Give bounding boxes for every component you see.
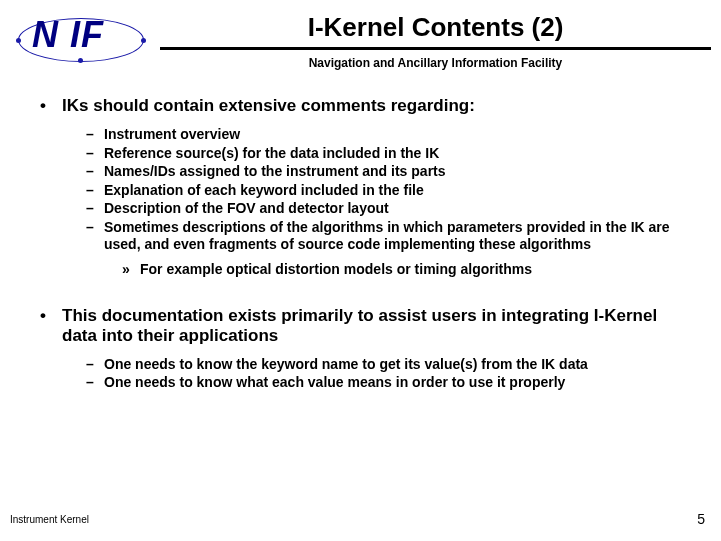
logo-dot-icon xyxy=(16,38,21,43)
bullet-level2: –One needs to know the keyword name to g… xyxy=(86,356,683,374)
slide-subtitle: Navigation and Ancillary Information Fac… xyxy=(160,56,711,70)
dash-icon: – xyxy=(86,200,104,218)
bullet-level3-list: »For example optical distortion models o… xyxy=(38,260,683,278)
bullet-text: This documentation exists primarily to a… xyxy=(62,306,683,346)
bullet-dot-icon: • xyxy=(38,306,62,346)
bullet-level1: • This documentation exists primarily to… xyxy=(38,306,683,346)
dash-icon: – xyxy=(86,356,104,374)
title-block: I-Kernel Contents (2) Navigation and Anc… xyxy=(160,8,711,70)
slide-header: N IF I-Kernel Contents (2) Navigation an… xyxy=(0,0,721,70)
bullet-text: Reference source(s) for the data include… xyxy=(104,145,439,163)
bullet-level3: »For example optical distortion models o… xyxy=(122,260,683,278)
dash-icon: – xyxy=(86,163,104,181)
slide-content: • IKs should contain extensive comments … xyxy=(0,70,721,392)
bullet-level2: –Names/IDs assigned to the instrument an… xyxy=(86,163,683,181)
section-2: • This documentation exists primarily to… xyxy=(38,306,683,392)
bullet-level2: –Sometimes descriptions of the algorithm… xyxy=(86,219,683,254)
bullet-text: Explanation of each keyword included in … xyxy=(104,182,424,200)
bullet-text: IKs should contain extensive comments re… xyxy=(62,96,475,116)
title-rule xyxy=(160,47,711,50)
dash-icon: – xyxy=(86,182,104,200)
bullet-level2: –Instrument overview xyxy=(86,126,683,144)
bullet-level2: –Reference source(s) for the data includ… xyxy=(86,145,683,163)
bullet-level2-list: –Instrument overview –Reference source(s… xyxy=(38,126,683,254)
bullet-text: One needs to know what each value means … xyxy=(104,374,565,392)
bullet-text: Instrument overview xyxy=(104,126,240,144)
bullet-level2: –One needs to know what each value means… xyxy=(86,374,683,392)
dash-icon: – xyxy=(86,126,104,144)
bullet-level2: –Explanation of each keyword included in… xyxy=(86,182,683,200)
bullet-text: One needs to know the keyword name to ge… xyxy=(104,356,588,374)
page-number: 5 xyxy=(697,511,705,527)
bullet-level2-list: –One needs to know the keyword name to g… xyxy=(38,356,683,392)
slide-title: I-Kernel Contents (2) xyxy=(160,12,711,47)
bullet-text: For example optical distortion models or… xyxy=(140,260,532,278)
bullet-level1: • IKs should contain extensive comments … xyxy=(38,96,683,116)
naif-logo: N IF xyxy=(10,8,160,68)
bullet-text: Names/IDs assigned to the instrument and… xyxy=(104,163,446,181)
dash-icon: – xyxy=(86,145,104,163)
logo-dot-icon xyxy=(141,38,146,43)
logo-dot-icon xyxy=(78,58,83,63)
bullet-dot-icon: • xyxy=(38,96,62,116)
dash-icon: – xyxy=(86,219,104,254)
footer-left: Instrument Kernel xyxy=(10,514,89,525)
bullet-level2: –Description of the FOV and detector lay… xyxy=(86,200,683,218)
dash-icon: – xyxy=(86,374,104,392)
bullet-text: Description of the FOV and detector layo… xyxy=(104,200,389,218)
bullet-text: Sometimes descriptions of the algorithms… xyxy=(104,219,683,254)
raquo-icon: » xyxy=(122,260,140,278)
logo-text: N IF xyxy=(32,14,104,56)
